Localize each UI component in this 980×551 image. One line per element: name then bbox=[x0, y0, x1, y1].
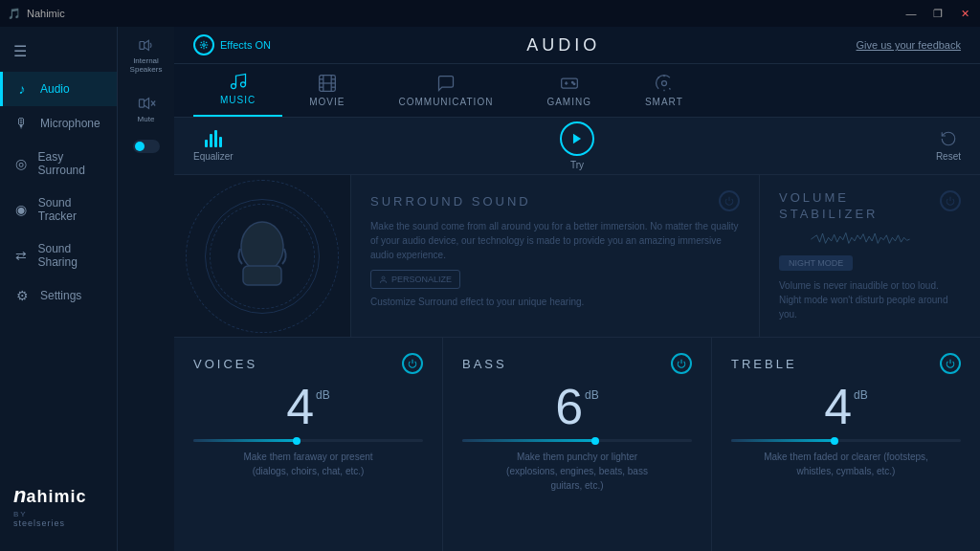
equalizer-button[interactable]: Equalizer bbox=[193, 130, 234, 162]
treble-power-icon bbox=[946, 359, 955, 368]
restore-button[interactable]: ❐ bbox=[930, 8, 946, 20]
gaming-icon bbox=[560, 74, 579, 93]
sidebar-item-audio[interactable]: ♪ Audio bbox=[0, 72, 117, 106]
bass-slider[interactable] bbox=[462, 439, 692, 442]
titlebar: 🎵 Nahimic — ❐ ✕ bbox=[0, 0, 980, 27]
sidebar-item-settings[interactable]: ⚙ Settings bbox=[0, 278, 117, 313]
surround-visual-panel bbox=[174, 175, 351, 337]
tracker-icon: ◉ bbox=[13, 202, 29, 217]
voices-description: Make them faraway or present(dialogs, ch… bbox=[243, 450, 372, 478]
app-name: Nahimic bbox=[27, 8, 65, 19]
volume-power-button[interactable] bbox=[940, 190, 961, 211]
sidebar: ☰ ♪ Audio 🎙 Microphone ◎ Easy Surround ◉… bbox=[0, 27, 117, 551]
power-icon bbox=[724, 196, 734, 206]
person-icon bbox=[379, 276, 388, 284]
voices-title: VOICES bbox=[193, 357, 257, 371]
personalize-button[interactable]: PERSONALIZE bbox=[370, 270, 460, 289]
tab-gaming[interactable]: GAMING bbox=[520, 66, 618, 117]
bass-unit: dB bbox=[585, 389, 599, 401]
sidebar-label-audio: Audio bbox=[40, 82, 70, 96]
tab-music[interactable]: MUSIC bbox=[193, 64, 282, 117]
try-button[interactable] bbox=[560, 121, 594, 156]
bass-card: BASS 6 dB Ma bbox=[443, 338, 712, 551]
try-wrapper: Try bbox=[560, 121, 594, 170]
sidebar-label-sound-sharing: Sound Sharing bbox=[38, 242, 103, 269]
svg-point-6 bbox=[240, 82, 245, 87]
device-toggle[interactable] bbox=[133, 140, 160, 153]
sidebar-item-sound-tracker[interactable]: ◉ Sound Tracker bbox=[0, 187, 117, 232]
treble-description: Make them faded or clearer (footsteps,wh… bbox=[764, 450, 928, 478]
treble-power-button[interactable] bbox=[940, 353, 961, 374]
eq-bar-2 bbox=[210, 134, 212, 147]
reset-icon bbox=[940, 130, 957, 147]
eq-bar-4 bbox=[219, 137, 222, 147]
svg-point-17 bbox=[573, 83, 575, 85]
try-label: Try bbox=[570, 160, 584, 170]
mute-label: Mute bbox=[138, 115, 155, 124]
close-button[interactable]: ✕ bbox=[957, 8, 972, 20]
voices-slider-fill bbox=[193, 439, 297, 442]
volume-stabilizer-panel: VOLUMESTABILIZER NIGHT MODE Volume is ne… bbox=[760, 175, 980, 337]
internal-speakers-button[interactable]: InternalSpeakers bbox=[127, 36, 166, 75]
surround-title: SURROUND SOUND bbox=[370, 194, 531, 209]
hamburger-button[interactable]: ☰ bbox=[0, 34, 117, 68]
reset-button[interactable]: Reset bbox=[936, 130, 961, 162]
audio-icon: ♪ bbox=[13, 81, 31, 97]
sidebar-item-easy-surround[interactable]: ◎ Easy Surround bbox=[0, 141, 117, 187]
personalize-label: PERSONALIZE bbox=[391, 275, 452, 284]
svg-rect-0 bbox=[139, 41, 144, 49]
treble-title: TREBLE bbox=[731, 357, 797, 371]
sidebar-item-microphone[interactable]: 🎙 Microphone bbox=[0, 106, 117, 141]
tabs-bar: MUSIC MOVIE COMMUNICA bbox=[174, 64, 980, 118]
night-mode-button[interactable]: NIGHT MODE bbox=[779, 255, 853, 271]
voices-power-button[interactable] bbox=[402, 353, 423, 374]
titlebar-left: 🎵 Nahimic bbox=[8, 8, 65, 20]
power-icon-vs bbox=[946, 196, 955, 206]
treble-slider[interactable] bbox=[731, 439, 961, 442]
logo-ahimic: ahimic bbox=[26, 487, 86, 507]
surround-info-panel: SURROUND SOUND Make the sound come from … bbox=[351, 175, 760, 337]
top-row: SURROUND SOUND Make the sound come from … bbox=[174, 175, 980, 338]
tab-smart[interactable]: SMART bbox=[618, 66, 710, 117]
eq-bar-3 bbox=[214, 130, 217, 147]
customize-text: Customize Surround effect to your unique… bbox=[370, 297, 740, 307]
main-header: Effects ON AUDIO Give us your feedback bbox=[174, 27, 980, 64]
page-title: AUDIO bbox=[526, 35, 600, 55]
main-content: Effects ON AUDIO Give us your feedback M… bbox=[174, 27, 980, 551]
middle-circle bbox=[210, 204, 315, 309]
tab-communication-label: COMMUNICATION bbox=[398, 97, 493, 107]
surround-power-button[interactable] bbox=[719, 190, 740, 211]
tab-smart-label: SMART bbox=[645, 97, 683, 107]
sharing-icon: ⇄ bbox=[13, 248, 29, 263]
feedback-link[interactable]: Give us your feedback bbox=[857, 39, 961, 51]
bass-power-button[interactable] bbox=[671, 353, 692, 374]
voices-slider[interactable] bbox=[193, 439, 423, 442]
svg-marker-19 bbox=[573, 134, 581, 144]
toggle-knob bbox=[135, 142, 145, 151]
logo-by: BY bbox=[13, 510, 28, 518]
sidebar-item-sound-sharing[interactable]: ⇄ Sound Sharing bbox=[0, 232, 117, 278]
tab-movie[interactable]: MOVIE bbox=[282, 66, 371, 117]
voices-unit: dB bbox=[316, 389, 330, 401]
app-body: ☰ ♪ Audio 🎙 Microphone ◎ Easy Surround ◉… bbox=[0, 27, 980, 551]
tab-movie-label: MOVIE bbox=[309, 97, 345, 107]
sidebar-label-sound-tracker: Sound Tracker bbox=[38, 196, 103, 223]
treble-slider-fill bbox=[731, 439, 835, 442]
bass-number: 6 bbox=[555, 382, 583, 431]
minimize-button[interactable]: — bbox=[903, 8, 919, 19]
reset-label: Reset bbox=[936, 151, 961, 162]
mute-button[interactable]: Mute bbox=[127, 90, 166, 128]
treble-slider-thumb bbox=[831, 437, 838, 445]
bass-description: Make them punchy or lighter(explosions, … bbox=[506, 450, 648, 493]
vs-header: VOLUMESTABILIZER bbox=[779, 190, 961, 223]
voices-header: VOICES bbox=[193, 353, 423, 374]
sidebar-label-easy-surround: Easy Surround bbox=[38, 150, 103, 177]
tab-gaming-label: GAMING bbox=[546, 97, 591, 107]
tab-communication[interactable]: COMMUNICATION bbox=[371, 66, 520, 117]
voices-value-display: 4 dB bbox=[286, 382, 330, 431]
sub-toolbar: Equalizer Try Reset bbox=[174, 118, 980, 175]
bottom-row: VOICES 4 dB bbox=[174, 338, 980, 551]
svg-point-16 bbox=[571, 81, 573, 83]
logo-n: n bbox=[13, 483, 26, 508]
music-icon bbox=[229, 72, 248, 91]
